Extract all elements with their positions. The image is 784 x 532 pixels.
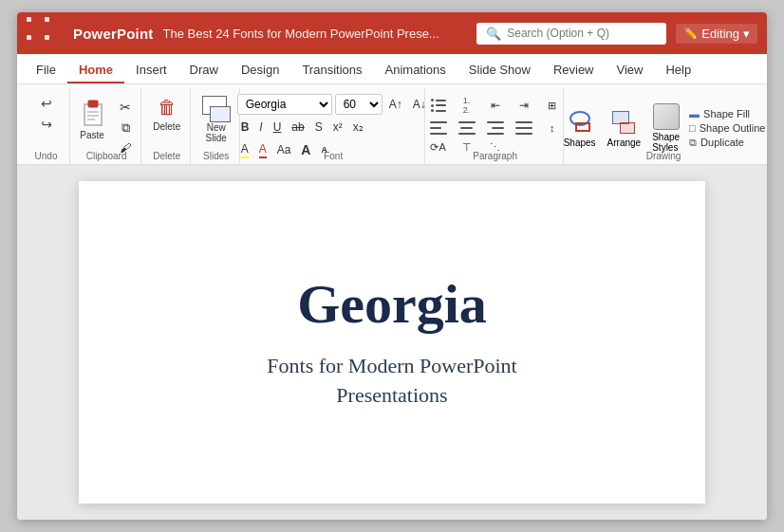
delete-icon: 🗑 xyxy=(158,97,177,119)
arrange-label: Arrange xyxy=(607,138,642,148)
fill-icon: ▬ xyxy=(689,108,700,119)
numbering-button[interactable]: 1.2. xyxy=(454,94,480,117)
delete-group: 🗑 Delete Delete xyxy=(143,88,191,164)
shape-styles-icon xyxy=(653,103,680,130)
tab-help[interactable]: Help xyxy=(654,57,702,83)
cut-button[interactable]: ✂ xyxy=(112,98,139,117)
text-direction-button[interactable]: ⟳A xyxy=(425,139,452,156)
search-icon: 🔍 xyxy=(486,27,501,41)
slides-group-label: Slides xyxy=(203,151,229,161)
arrange-icon xyxy=(610,109,637,136)
shape-fill-button[interactable]: ▬ Shape Fill xyxy=(687,107,767,120)
editing-button[interactable]: ✏️ Editing ▾ xyxy=(676,24,757,44)
tab-view[interactable]: View xyxy=(606,57,655,83)
undo-button[interactable]: ↩ xyxy=(33,94,60,113)
decrease-indent-button[interactable]: ⇤ xyxy=(482,97,509,114)
paragraph-group-label: Paragraph xyxy=(473,151,517,161)
drawing-group-label: Drawing xyxy=(646,151,681,161)
font-group: Georgia 60 A↑ A↓ B I U ab S x² x₂ xyxy=(242,88,425,164)
redo-icon: ↩ xyxy=(41,117,52,132)
slide-canvas[interactable]: Georgia Fonts for Modern PowerPointPrese… xyxy=(79,181,705,504)
scissors-icon: ✂ xyxy=(120,100,131,115)
para-row1: 1.2. ⇤ ⇥ ⊞ xyxy=(425,94,566,117)
shape-outline-button[interactable]: □ Shape Outline xyxy=(687,121,767,135)
new-slide-icon xyxy=(202,96,231,122)
bold-button[interactable]: B xyxy=(237,117,253,138)
justify-button[interactable] xyxy=(511,119,537,137)
new-slide-button[interactable]: NewSlide xyxy=(198,94,234,145)
case-button[interactable]: Aa xyxy=(273,139,295,160)
tab-animations[interactable]: Animations xyxy=(374,57,457,83)
chevron-down-icon: ▾ xyxy=(743,27,750,41)
undo-icon: ↩ xyxy=(41,96,52,111)
shape-fill-panel: ▬ Shape Fill □ Shape Outline ⧉ Duplicate xyxy=(687,107,767,150)
tab-home[interactable]: Home xyxy=(67,57,124,83)
delete-label: Delete xyxy=(153,121,180,132)
align-left-icon xyxy=(430,121,447,135)
highlight-color-button[interactable]: A xyxy=(237,139,252,160)
shape-styles-button[interactable]: ShapeStyles xyxy=(648,101,683,155)
slide-area: Georgia Fonts for Modern PowerPointPrese… xyxy=(17,165,767,520)
increase-indent-button[interactable]: ⇥ xyxy=(511,97,537,114)
align-right-button[interactable] xyxy=(482,119,509,137)
underline-button[interactable]: U xyxy=(270,117,286,138)
tab-draw[interactable]: Draw xyxy=(178,57,230,83)
font-size-select[interactable]: 60 xyxy=(335,94,383,115)
ribbon-tabs: File Home Insert Draw Design Transitions… xyxy=(17,54,767,84)
font-color-row: A A Aa A A xyxy=(237,139,331,160)
clipboard-group-label: Clipboard xyxy=(86,151,127,161)
redo-button[interactable]: ↩ xyxy=(33,115,60,134)
font-group-label: Font xyxy=(324,151,343,161)
align-right-icon xyxy=(487,121,504,135)
arrange-button[interactable]: Arrange xyxy=(604,107,645,150)
font-color-button[interactable]: A xyxy=(255,139,271,160)
search-box[interactable]: 🔍 xyxy=(476,23,666,45)
tab-file[interactable]: File xyxy=(25,57,67,83)
svg-rect-1 xyxy=(88,101,98,107)
undo-group-label: Undo xyxy=(35,151,58,161)
slide-title: Georgia xyxy=(297,274,487,335)
shapes-button[interactable]: Shapes xyxy=(560,107,600,150)
font-row2: B I U ab S x² x₂ xyxy=(237,117,367,138)
copy-icon: ⧉ xyxy=(121,120,130,136)
delete-button[interactable]: 🗑 Delete xyxy=(147,94,186,135)
tab-insert[interactable]: Insert xyxy=(124,57,178,83)
duplicate-icon: ⧉ xyxy=(689,137,697,149)
align-left-button[interactable] xyxy=(425,119,452,137)
copy-button[interactable]: ⧉ xyxy=(112,119,139,138)
align-center-button[interactable] xyxy=(454,119,480,137)
shapes-label: Shapes xyxy=(564,138,596,148)
app-name: PowerPoint xyxy=(73,26,154,42)
tab-transitions[interactable]: Transitions xyxy=(290,57,373,83)
powerpoint-window: PowerPoint The Best 24 Fonts for Modern … xyxy=(17,12,767,520)
increase-font-button[interactable]: A↑ xyxy=(385,94,406,115)
align-center-icon xyxy=(458,121,476,135)
paste-icon xyxy=(78,96,106,128)
tab-design[interactable]: Design xyxy=(230,57,290,83)
duplicate-button[interactable]: ⧉ Duplicate xyxy=(687,136,767,150)
font-family-select[interactable]: Georgia xyxy=(237,94,332,115)
bullets-button[interactable] xyxy=(425,97,452,114)
pencil-icon: ✏️ xyxy=(683,27,698,40)
tab-review[interactable]: Review xyxy=(542,57,606,83)
styles-label: ShapeStyles xyxy=(652,132,680,153)
doc-name: The Best 24 Fonts for Modern PowerPoint … xyxy=(163,27,468,41)
subscript-button[interactable]: x₂ xyxy=(349,117,367,138)
paste-label: Paste xyxy=(80,130,104,140)
paste-button[interactable]: Paste xyxy=(74,94,110,142)
superscript-button[interactable]: x² xyxy=(329,117,346,138)
font-size-large[interactable]: A xyxy=(297,139,314,160)
italic-button[interactable]: I xyxy=(255,117,266,138)
drawing-group: Shapes Arrange ShapeStyles ▬ Sha xyxy=(566,88,761,164)
strikethrough-button[interactable]: ab xyxy=(288,117,308,138)
tab-slideshow[interactable]: Slide Show xyxy=(457,57,542,83)
new-slide-label: NewSlide xyxy=(206,122,227,143)
justify-icon xyxy=(515,121,532,135)
undo-group: ↩ ↩ Undo xyxy=(23,88,70,164)
bullets-icon xyxy=(431,99,446,112)
ribbon-content: ↩ ↩ Undo xyxy=(17,84,767,165)
shadow-button[interactable]: S xyxy=(311,117,327,138)
search-input[interactable] xyxy=(507,27,640,40)
paragraph-group: 1.2. ⇤ ⇥ ⊞ xyxy=(427,88,564,164)
clipboard-right: ✂ ⧉ 🖌 xyxy=(112,94,139,156)
